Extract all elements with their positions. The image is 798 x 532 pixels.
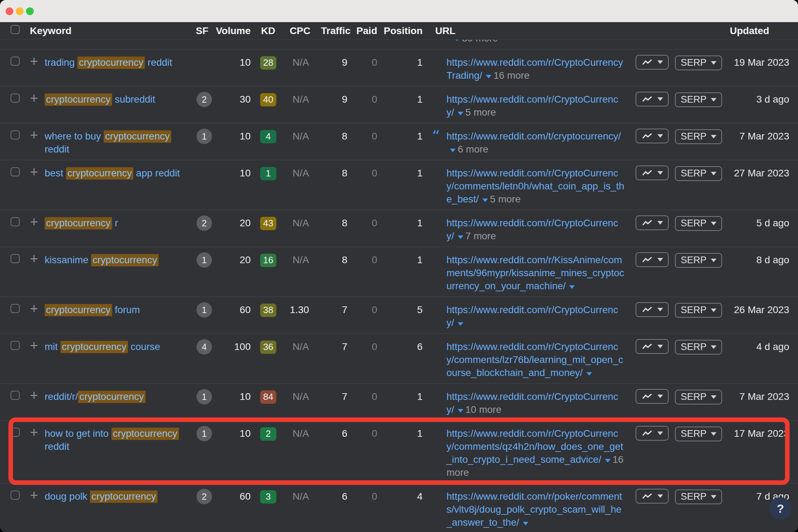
serp-button[interactable]: SERP [675, 92, 722, 107]
keyword-link[interactable]: best cryptocurrency app reddit [45, 167, 196, 180]
position-history-button[interactable] [636, 166, 669, 180]
add-keyword-icon[interactable]: + [30, 490, 38, 500]
chevron-down-icon[interactable] [458, 322, 463, 326]
result-url-link[interactable]: https://www.reddit.com/r/CryptoCurrency/… [446, 428, 623, 465]
more-urls-link[interactable]: 5 more [465, 107, 496, 118]
more-urls-link[interactable]: 6 more [458, 144, 488, 155]
traffic-value: 7 [321, 340, 354, 353]
column-header-sf[interactable]: SF [196, 25, 213, 37]
add-keyword-icon[interactable]: + [30, 303, 38, 314]
serp-button[interactable]: SERP [675, 56, 722, 70]
row-checkbox[interactable] [11, 304, 20, 313]
column-header-cpc[interactable]: CPC [286, 25, 321, 37]
row-checkbox[interactable] [11, 130, 20, 140]
keyword-link[interactable]: where to buy cryptocurrency reddit [45, 130, 196, 156]
serp-button[interactable]: SERP [675, 216, 722, 231]
position-history-button[interactable] [636, 55, 669, 70]
close-window-button[interactable] [6, 7, 13, 15]
row-checkbox[interactable] [11, 217, 20, 226]
result-url-link[interactable]: https://www.reddit.com/r/CryptoCurrency/ [446, 304, 618, 328]
keyword-highlighted-term: cryptocurrency [45, 304, 112, 316]
position-history-button[interactable] [636, 92, 669, 106]
position-history-button[interactable] [636, 302, 669, 317]
chevron-down-icon[interactable] [605, 459, 611, 462]
help-button[interactable]: ? [769, 497, 792, 520]
add-keyword-icon[interactable]: + [30, 56, 38, 66]
position-history-button[interactable] [636, 129, 669, 143]
result-url-link[interactable]: https://www.reddit.com/r/CryptoCurrency/… [446, 168, 624, 205]
chevron-down-icon[interactable] [458, 235, 463, 239]
add-keyword-icon[interactable]: + [30, 130, 38, 140]
serp-button[interactable]: SERP [675, 489, 722, 504]
result-url-link[interactable]: https://www.reddit.com/r/CryptoCurrencyT… [446, 57, 623, 81]
result-url-link[interactable]: https://www.reddit.com/t/cryptocurrency/ [446, 131, 621, 142]
result-url-link[interactable]: https://www.reddit.com/r/KissAnime/comme… [446, 254, 624, 291]
add-keyword-icon[interactable]: + [30, 253, 38, 264]
zoom-window-button[interactable] [26, 7, 34, 15]
more-urls-link[interactable]: 7 more [465, 231, 496, 241]
row-checkbox[interactable] [11, 341, 20, 350]
keyword-link[interactable]: kissanime cryptocurrency [45, 253, 196, 266]
keyword-link[interactable]: reddit/r/cryptocurrency [45, 390, 196, 403]
row-checkbox[interactable] [11, 167, 20, 176]
keyword-link[interactable]: doug polk cryptocurrency [45, 490, 196, 503]
chevron-down-icon[interactable] [482, 199, 488, 202]
add-keyword-icon[interactable]: + [30, 93, 38, 103]
chevron-down-icon[interactable] [569, 285, 575, 289]
add-keyword-icon[interactable]: + [30, 390, 38, 401]
row-checkbox[interactable] [11, 391, 20, 400]
position-history-button[interactable] [636, 252, 669, 267]
add-keyword-icon[interactable]: + [30, 167, 38, 177]
column-header-traffic[interactable]: Traffic [321, 25, 354, 37]
row-checkbox[interactable] [11, 428, 20, 437]
result-url-link[interactable]: https://www.reddit.com/r/poker/comments/… [446, 491, 622, 528]
chevron-down-icon[interactable] [458, 409, 463, 413]
more-urls-link[interactable]: 10 more [465, 404, 502, 415]
serp-button[interactable]: SERP [675, 129, 722, 144]
row-checkbox[interactable] [11, 491, 20, 500]
add-keyword-icon[interactable]: + [30, 427, 38, 437]
serp-button[interactable]: SERP [675, 340, 722, 355]
minimize-window-button[interactable] [16, 7, 24, 15]
column-header-url[interactable]: URL [426, 25, 625, 37]
keyword-link[interactable]: cryptocurrency subreddit [45, 93, 196, 106]
select-all-checkbox[interactable] [11, 25, 20, 34]
column-header-keyword[interactable]: Keyword [30, 25, 196, 37]
position-history-button[interactable] [636, 489, 669, 504]
serp-button[interactable]: SERP [675, 390, 722, 404]
result-url-link[interactable]: https://www.reddit.com/r/CryptoCurrency/… [446, 341, 623, 378]
more-urls-link[interactable]: 5 more [490, 194, 521, 205]
keyword-link[interactable]: trading cryptocurrency reddit [45, 56, 196, 69]
position-history-button[interactable] [636, 389, 669, 404]
chevron-down-icon[interactable] [454, 40, 460, 41]
serp-button[interactable]: SERP [675, 166, 722, 181]
row-checkbox[interactable] [11, 57, 20, 66]
add-keyword-icon[interactable]: + [30, 216, 38, 227]
more-urls-link[interactable]: 16 more [494, 70, 530, 81]
position-history-button[interactable] [636, 215, 669, 230]
column-header-volume[interactable]: Volume [213, 25, 251, 37]
chevron-down-icon[interactable] [450, 149, 456, 152]
more-urls-link[interactable]: 30 more [462, 40, 498, 44]
chevron-down-icon[interactable] [523, 522, 528, 525]
chevron-down-icon [711, 309, 716, 312]
serp-button[interactable]: SERP [675, 253, 722, 268]
keyword-link[interactable]: cryptocurrency forum [45, 303, 196, 316]
column-header-updated[interactable]: Updated [725, 25, 798, 37]
add-keyword-icon[interactable]: + [30, 340, 38, 351]
position-history-button[interactable] [636, 339, 669, 354]
column-header-paid[interactable]: Paid [354, 25, 382, 37]
chevron-down-icon[interactable] [586, 372, 592, 376]
serp-button[interactable]: SERP [675, 303, 722, 318]
chevron-down-icon[interactable] [486, 75, 491, 78]
position-history-button[interactable] [636, 426, 669, 441]
keyword-link[interactable]: mit cryptocurrency course [45, 340, 196, 353]
row-checkbox[interactable] [11, 254, 20, 263]
keyword-link[interactable]: cryptocurrency r [45, 216, 196, 229]
keyword-link[interactable]: how to get into cryptocurrency reddit [45, 427, 196, 453]
serp-button[interactable]: SERP [675, 427, 722, 441]
row-checkbox[interactable] [11, 93, 20, 103]
column-header-position[interactable]: Position [382, 25, 426, 37]
column-header-kd[interactable]: KD [251, 25, 286, 37]
chevron-down-icon[interactable] [458, 112, 463, 115]
